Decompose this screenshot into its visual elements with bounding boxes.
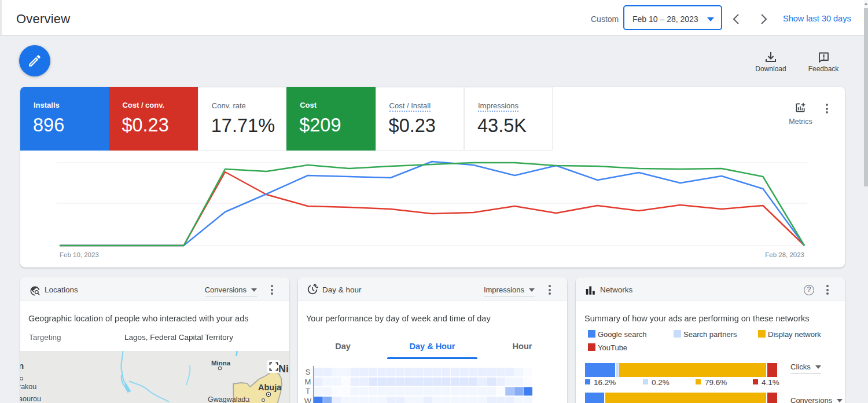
svg-text:Feb 10, 2023: Feb 10, 2023 <box>60 251 99 258</box>
svg-text:S: S <box>306 368 311 376</box>
svg-text:Abuja: Abuja <box>258 383 282 392</box>
svg-text:aourou: aourou <box>20 395 41 403</box>
svg-text:T: T <box>306 387 310 395</box>
svg-text:W: W <box>304 397 312 403</box>
svg-text:Gwagwalada: Gwagwalada <box>208 395 249 403</box>
svg-text:Minna: Minna <box>211 360 231 367</box>
svg-text:Feb 28, 2023: Feb 28, 2023 <box>765 251 804 258</box>
svg-text:rakou: rakou <box>20 383 36 391</box>
svg-text:Nig: Nig <box>278 363 289 375</box>
svg-text:n: n <box>20 361 24 371</box>
svg-text:M: M <box>305 378 311 386</box>
